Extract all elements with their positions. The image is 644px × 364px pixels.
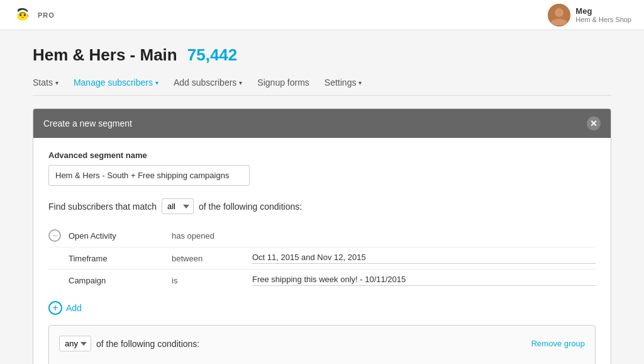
- subnav-add-label: Add subscribers: [174, 77, 236, 88]
- subnav-item-manage-subscribers[interactable]: Manage subscribers ▾: [74, 77, 158, 88]
- group-condition-row-1: − Static Segments member is part of Geor…: [59, 359, 585, 364]
- segment-name-group: Advanced segment name: [48, 151, 596, 186]
- user-name: Meg: [575, 6, 631, 16]
- condition-op-campaign: is: [172, 276, 247, 285]
- condition-op-open-activity: has opened: [172, 231, 247, 241]
- condition-value-timeframe: Oct 11, 2015 and Nov 12, 2015: [252, 253, 596, 264]
- svg-point-1: [18, 13, 27, 20]
- subnav-settings-label: Settings: [325, 77, 357, 88]
- group-match-row: any all of the following conditions:: [59, 336, 199, 351]
- add-icon: +: [48, 301, 62, 315]
- subscriber-count: 75,442: [187, 45, 238, 65]
- card-header: Create a new segment ✕: [33, 109, 611, 138]
- subnav-item-stats[interactable]: Stats ▾: [33, 77, 58, 88]
- svg-point-3: [24, 14, 26, 16]
- match-suffix-text: of the following conditions:: [199, 202, 302, 212]
- settings-arrow-icon: ▾: [358, 79, 362, 86]
- add-condition-button[interactable]: + Add: [48, 301, 82, 315]
- add-label: Add: [66, 303, 82, 313]
- topnav: PRO Meg Hem & Hers Shop: [0, 0, 644, 30]
- condition-match-row: Find subscribers that match all any of t…: [48, 198, 596, 214]
- group-header: any all of the following conditions: Rem…: [59, 336, 585, 351]
- segment-name-label: Advanced segment name: [48, 151, 596, 160]
- segment-name-input[interactable]: [48, 165, 250, 186]
- group-match-select[interactable]: any all: [59, 336, 91, 351]
- user-info-section[interactable]: Meg Hem & Hers Shop: [548, 4, 631, 26]
- subnav-stats-label: Stats: [33, 77, 53, 88]
- condition-value-campaign: Free shipping this week only! - 10/11/20…: [252, 275, 596, 286]
- condition-op-timeframe: between: [172, 254, 247, 263]
- subnav-item-settings[interactable]: Settings ▾: [325, 77, 362, 88]
- close-button[interactable]: ✕: [587, 117, 601, 130]
- page-title-row: Hem & Hers - Main 75,442: [33, 45, 611, 65]
- pro-badge: PRO: [38, 11, 55, 19]
- user-shop: Hem & Hers Shop: [575, 16, 631, 23]
- subnav-item-add-subscribers[interactable]: Add subscribers ▾: [174, 77, 242, 88]
- subnav-manage-label: Manage subscribers: [74, 77, 153, 88]
- group-match-suffix: of the following conditions:: [96, 339, 199, 349]
- add-arrow-icon: ▾: [239, 79, 242, 86]
- condition-row-open-activity: − Open Activity has opened: [48, 224, 596, 247]
- avatar: [548, 4, 570, 26]
- condition-row-timeframe: Timeframe between Oct 11, 2015 and Nov 1…: [48, 247, 596, 270]
- segment-create-card: Create a new segment ✕ Advanced segment …: [33, 108, 611, 364]
- group-conditions: − Static Segments member is part of Geor…: [59, 359, 585, 364]
- stats-arrow-icon: ▾: [55, 79, 58, 86]
- subnav-signup-label: Signup forms: [257, 77, 309, 88]
- condition-field-timeframe: Timeframe: [66, 254, 167, 263]
- condition-group-box: any all of the following conditions: Rem…: [48, 325, 596, 364]
- remove-group-button[interactable]: Remove group: [531, 339, 585, 348]
- card-header-title: Create a new segment: [43, 118, 132, 128]
- match-select[interactable]: all any: [162, 198, 194, 214]
- condition-field-campaign: Campaign: [66, 276, 167, 285]
- svg-point-4: [26, 14, 28, 17]
- page-title: Hem & Hers - Main: [33, 45, 177, 65]
- page-content: Hem & Hers - Main 75,442 Stats ▾ Manage …: [20, 30, 624, 364]
- mailchimp-logo-icon: [13, 5, 33, 25]
- match-prefix-text: Find subscribers that match: [48, 202, 157, 212]
- topnav-left: PRO: [13, 5, 55, 25]
- subnav-item-signup-forms[interactable]: Signup forms: [257, 77, 309, 88]
- card-body: Advanced segment name Find subscribers t…: [33, 138, 611, 364]
- svg-point-6: [555, 8, 564, 17]
- conditions-list: − Open Activity has opened Timeframe bet…: [48, 224, 596, 291]
- svg-point-2: [19, 14, 21, 16]
- subnav: Stats ▾ Manage subscribers ▾ Add subscri…: [33, 77, 611, 96]
- manage-arrow-icon: ▾: [155, 79, 158, 86]
- remove-open-activity-button[interactable]: −: [48, 229, 61, 242]
- user-details: Meg Hem & Hers Shop: [575, 6, 631, 23]
- condition-row-campaign: Campaign is Free shipping this week only…: [48, 270, 596, 291]
- condition-field-open-activity: Open Activity: [66, 231, 167, 241]
